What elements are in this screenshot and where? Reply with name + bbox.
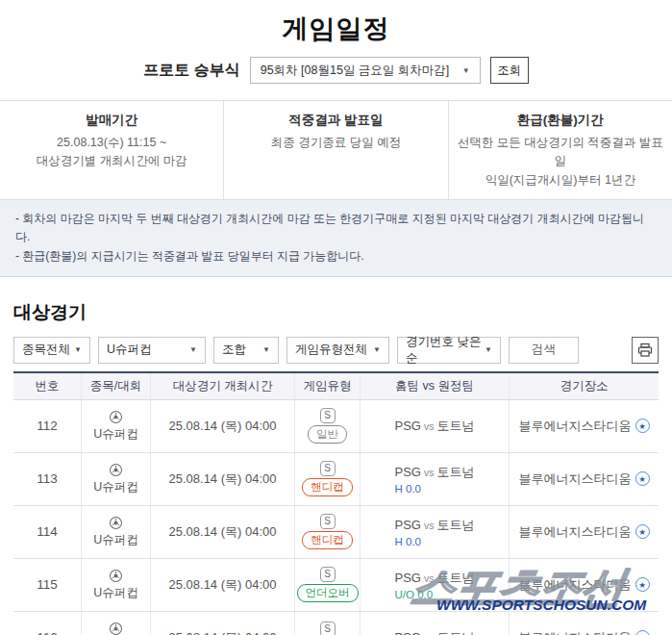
page-title: 게임일정 <box>0 0 672 46</box>
stadium-link-icon[interactable]: ★ <box>635 577 650 592</box>
table-row: 115 U슈퍼컵 25.08.14 (목) 04:00 S 언더오버 <box>13 559 659 612</box>
soccer-ball-icon <box>109 463 123 477</box>
home-team: PSG <box>395 630 421 635</box>
single-game-icon: S <box>320 408 336 423</box>
round-info-section: 발매기간 25.08.13(수) 11:15 ~ 대상경기별 개최시간에 마감 … <box>0 100 672 200</box>
game-type-filter-dropdown[interactable]: 게임유형전체 ▼ <box>286 337 389 364</box>
stadium-link-icon[interactable]: ★ <box>635 524 650 539</box>
stadium-link-icon[interactable]: ★ <box>635 471 650 486</box>
sport-filter-value: 종목전체 <box>22 342 70 358</box>
stadium-link-icon[interactable]: ★ <box>635 419 650 433</box>
league-cell: U슈퍼컵 <box>81 453 150 505</box>
game-number: 112 <box>13 400 81 452</box>
table-row: 114 U슈퍼컵 25.08.14 (목) 04:00 S 핸디캡 <box>13 506 659 559</box>
match-text: PSGvs토트넘 U/O 0.0 <box>395 570 475 600</box>
printer-icon <box>637 343 653 358</box>
match-cell: PSGvs토트넘 H 0.0 <box>360 453 509 505</box>
venue-name: 블루에너지스타디움 <box>519 470 632 488</box>
soccer-ball-icon <box>109 622 123 635</box>
target-games-title: 대상경기 <box>13 300 659 325</box>
table-row: 112 U슈퍼컵 25.08.14 (목) 04:00 S 일반 <box>13 400 659 453</box>
match-cell: PSGvs토트넘 U/O 0.0 <box>360 559 509 611</box>
info-line: 최종 경기종료 당일 예정 <box>232 134 439 152</box>
info-line: 25.08.13(수) 11:15 ~ <box>8 134 215 152</box>
game-type-cell: S 핸디캡 <box>294 506 360 558</box>
table-row: 116 U슈퍼컵 25.08.14 (목) 04:00 S SUM <box>13 612 659 635</box>
league-filter-value: U슈퍼컵 <box>107 342 152 358</box>
round-selector-bar: 프로토 승부식 95회차 [08월15일 금요일 회차마감] ▼ 조회 <box>0 56 672 85</box>
away-team: 토트넘 <box>436 518 474 532</box>
match-line: H 0.0 <box>395 483 475 495</box>
venue-name: 블루에너지스타디움 <box>519 629 632 635</box>
note-line: - 회차의 마감은 마지막 두 번째 대상경기 개최시간에 마감 또는 한경기구… <box>15 210 657 246</box>
soccer-ball-icon <box>109 516 123 530</box>
away-team: 토트넘 <box>436 630 474 635</box>
game-number: 115 <box>13 559 81 611</box>
league-filter-dropdown[interactable]: U슈퍼컵 ▼ <box>98 337 206 364</box>
chevron-down-icon: ▼ <box>74 345 82 354</box>
chevron-down-icon: ▼ <box>373 345 381 354</box>
game-type-badge: 일반 <box>308 425 347 444</box>
notes-section: - 회차의 마감은 마지막 두 번째 대상경기 개최시간에 마감 또는 한경기구… <box>0 200 672 277</box>
game-type-filter-value: 게임유형전체 <box>295 342 367 358</box>
info-line: 선택한 모든 대상경기의 적중결과 발표일 <box>457 134 664 171</box>
venue-name: 블루에너지스타디움 <box>519 523 632 541</box>
home-team: PSG <box>395 571 421 585</box>
match-line: H 0.0 <box>395 536 475 547</box>
table-row: 113 U슈퍼컵 25.08.14 (목) 04:00 S 핸디캡 <box>13 453 659 506</box>
sort-order-dropdown[interactable]: 경기번호 낮은순 ▼ <box>397 337 501 364</box>
inquiry-button[interactable]: 조회 <box>490 57 529 84</box>
combination-filter-dropdown[interactable]: 조합 ▼ <box>213 337 279 364</box>
league-cell: U슈퍼컵 <box>81 559 150 611</box>
chevron-down-icon: ▼ <box>262 345 270 354</box>
match-teams: PSGvs토트넘 <box>395 629 475 635</box>
vs-label: vs <box>421 467 437 478</box>
game-type-badge: 핸디캡 <box>302 478 353 496</box>
match-cell: PSGvs토트넘 <box>360 612 509 635</box>
info-title: 발매기간 <box>8 112 215 129</box>
round-select-dropdown[interactable]: 95회차 [08월15일 금요일 회차마감] ▼ <box>250 57 481 84</box>
league-name: U슈퍼컵 <box>93 479 138 495</box>
sort-order-value: 경기번호 낮은순 <box>406 334 485 367</box>
sport-filter-dropdown[interactable]: 종목전체 ▼ <box>13 337 90 364</box>
note-line: - 환급(환불)의 지급시기는 적중결과 발표 당일부터 지급 가능합니다. <box>15 247 657 266</box>
header-type: 게임유형 <box>294 373 360 399</box>
game-number: 113 <box>13 453 81 505</box>
home-team: PSG <box>395 419 421 433</box>
search-button[interactable]: 검색 <box>509 337 579 364</box>
match-time: 25.08.14 (목) 04:00 <box>150 506 294 558</box>
vs-label: vs <box>421 520 437 531</box>
game-number: 116 <box>13 612 81 635</box>
league-cell: U슈퍼컵 <box>81 612 150 635</box>
league-name: U슈퍼컵 <box>93 585 138 601</box>
single-game-icon: S <box>320 461 336 476</box>
match-time: 25.08.14 (목) 04:00 <box>150 453 294 505</box>
game-type-cell: S 핸디캡 <box>294 453 360 505</box>
stadium-link-icon[interactable]: ★ <box>635 630 650 635</box>
info-sale-period: 발매기간 25.08.13(수) 11:15 ~ 대상경기별 개최시간에 마감 <box>0 101 223 199</box>
match-time: 25.08.14 (목) 04:00 <box>150 559 294 611</box>
match-teams: PSGvs토트넘 <box>395 517 475 534</box>
vs-label: vs <box>421 420 437 432</box>
venue-cell: 블루에너지스타디움 ★ <box>509 400 659 452</box>
game-type-cell: S SUM <box>294 612 360 635</box>
games-table-body: 112 U슈퍼컵 25.08.14 (목) 04:00 S 일반 <box>13 400 659 635</box>
venue-name: 블루에너지스타디움 <box>519 576 632 594</box>
vs-label: vs <box>421 572 437 584</box>
match-cell: PSGvs토트넘 <box>360 400 509 452</box>
game-type-cell: S 언더오버 <box>294 559 360 611</box>
round-selector-label: 프로토 승부식 <box>143 61 239 81</box>
print-button[interactable] <box>632 337 659 364</box>
info-refund-period: 환급(환불)기간 선택한 모든 대상경기의 적중결과 발표일 익일(지급개시일)… <box>448 101 672 199</box>
away-team: 토트넘 <box>436 571 474 585</box>
league-name: U슈퍼컵 <box>93 532 138 548</box>
home-team: PSG <box>395 518 421 532</box>
filter-bar: 종목전체 ▼ U슈퍼컵 ▼ 조합 ▼ 게임유형전체 ▼ 경기번호 낮은순 ▼ 검… <box>13 337 659 364</box>
header-number: 번호 <box>13 373 81 399</box>
match-teams: PSGvs토트넘 <box>395 570 475 587</box>
match-text: PSGvs토트넘 <box>395 418 475 435</box>
info-line: 익일(지급개시일)부터 1년간 <box>457 171 664 190</box>
single-game-icon: S <box>320 567 336 582</box>
match-teams: PSGvs토트넘 <box>395 464 475 481</box>
chevron-down-icon: ▼ <box>189 345 197 354</box>
